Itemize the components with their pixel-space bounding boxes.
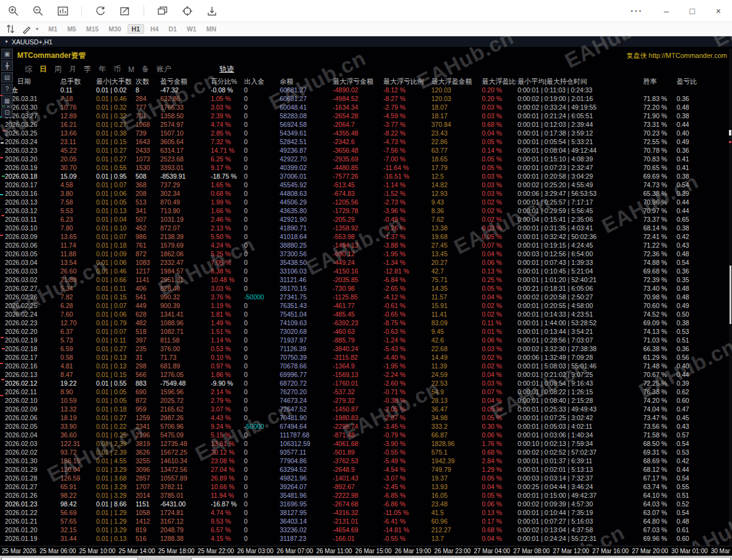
timeframe-m5[interactable]: M5: [63, 25, 80, 33]
table-row[interactable]: 2026.02.03122.310.01 | 2.39381912735.481…: [4, 439, 725, 448]
table-row[interactable]: 2026.02.0293.720.01 | 2.39362615672.2520…: [4, 448, 725, 457]
menu-item-备[interactable]: 备: [142, 64, 149, 75]
table-row[interactable]: 2026.03.163.800.01 | 0.06208302.340.68 %…: [4, 189, 725, 198]
column-header[interactable]: 盈亏金额: [159, 77, 209, 86]
table-row[interactable]: 2026.02.170.580.01 | 0.133171.730.10 %07…: [4, 353, 725, 362]
panel-toggle-button[interactable]: ▣: [1, 49, 13, 59]
timeframe-h1[interactable]: H1: [128, 24, 144, 34]
minimize-button[interactable]: –: [664, 6, 669, 16]
chart-area[interactable]: ▼ XAUUSD+,H1 ▣╋▤?▦⊡ MTCommander资管 复盘侠 ht…: [0, 36, 732, 546]
table-row[interactable]: 2026.03.0913.650.01 | 0.079862138.395.50…: [4, 232, 725, 241]
close-button[interactable]: ×: [716, 6, 721, 16]
timeframe-m1[interactable]: M1: [45, 25, 62, 33]
table-row[interactable]: 2026.02.247.600.01 | 0.066281341.411.81 …: [4, 310, 725, 319]
column-header[interactable]: 最大浮盈金额: [430, 77, 481, 86]
table-row[interactable]: 2026.02.256.280.01 | 0.07449900.391.19 %…: [4, 301, 725, 310]
draw-tool-button[interactable]: [20, 23, 33, 35]
table-row[interactable]: 2026.03.2020.050.01 | 0.2710732523.686.2…: [4, 155, 725, 163]
new-order-button[interactable]: [116, 3, 134, 19]
table-row[interactable]: 2026.03.2712.890.01 | 0.327011358.502.39…: [4, 112, 725, 120]
column-header[interactable]: 百分比%: [209, 77, 243, 86]
table-row[interactable]: 2026.03.0326.600.01 | 0.4612171984.576.3…: [4, 267, 725, 275]
menu-item-年[interactable]: 年: [99, 64, 106, 75]
column-header[interactable]: 出入金: [243, 77, 279, 86]
table-row[interactable]: 2026.01.30156.150.01 | 4.55325514610.342…: [4, 457, 725, 465]
table-row[interactable]: 2026.03.1930.700.01 | 0.5515303393.019.1…: [4, 163, 725, 172]
timeframe-mn[interactable]: MN: [203, 25, 220, 33]
help-button[interactable]: ?: [1, 84, 13, 94]
menu-item-M[interactable]: M: [128, 65, 134, 74]
menu-item-综[interactable]: 综: [25, 64, 32, 75]
refresh-button[interactable]: [92, 3, 109, 19]
table-row[interactable]: 2026.03.317.180.01 | 0.46284632.861.05 %…: [4, 94, 725, 103]
chart-symbol-tab[interactable]: ▼ XAUUSD+,H1: [0, 36, 732, 47]
table-row[interactable]: 2026.03.2423.110.01 | 0.1516433605.647.3…: [4, 137, 725, 146]
menu-item-track[interactable]: 轨迹: [219, 64, 234, 75]
table-row[interactable]: 2026.01.2032.150.01 | 3.298192048.796.57…: [4, 526, 725, 534]
timeframe-m15[interactable]: M15: [83, 25, 102, 33]
table-row[interactable]: 2026.01.2398.420.01 | 8.661151-6431.00-1…: [4, 500, 725, 508]
table-row[interactable]: 2026.03.174.580.01 | 0.07368737.291.65 %…: [4, 181, 725, 189]
column-header[interactable]: 最大浮亏金额: [331, 77, 382, 86]
scrollbar-thumb[interactable]: [730, 266, 731, 324]
table-row[interactable]: 2026.03.0413.540.01 | 0.0610832332.477.0…: [4, 258, 725, 267]
table-row[interactable]: 2026.03.3010.760.01 | 0.327771765.333.03…: [4, 103, 725, 112]
table-row[interactable]: 2026.02.1010.590.01 | 0.058722025.722.79…: [4, 396, 725, 405]
table-row[interactable]: 2026.02.0533.900.01 | 0.2223415706.969.2…: [4, 422, 725, 431]
timeframe-w1[interactable]: W1: [183, 25, 200, 33]
column-header[interactable]: 最大浮亏比例: [382, 77, 430, 86]
table-row[interactable]: 2026.01.1931.440.01 | 0.135161288.384.15…: [4, 534, 725, 543]
table-row[interactable]: 2026.03.116.230.01 | 0.045071031.192.46 …: [4, 215, 725, 224]
table-row[interactable]: 2026.02.0436.600.01 | 0.2521965475.095.1…: [4, 431, 725, 439]
table-row[interactable]: 2026.02.138.470.01 | 0.155661276.051.86 …: [4, 370, 725, 379]
column-header[interactable]: 余额: [279, 77, 331, 86]
column-header[interactable]: 最小|大手数: [95, 77, 134, 86]
table-row[interactable]: 2026.01.2698.220.01 | 3.2920143785.0111.…: [4, 491, 725, 500]
scrollbar[interactable]: [729, 49, 732, 546]
zoom-in-button[interactable]: [5, 3, 22, 19]
table-row[interactable]: 2026.02.0618.190.01 | 0.2712592987.264.4…: [4, 413, 725, 422]
table-row[interactable]: 2026.02.2312.700.01 | 0.794821088.961.49…: [4, 319, 725, 327]
table-row[interactable]: 持仓0.110.01 | 0.028-47.32-0.08 %060681.27…: [4, 86, 725, 94]
menu-item-周[interactable]: 周: [54, 64, 62, 75]
table-row[interactable]: 2026.01.28126.590.01 | 3.68285710557.892…: [4, 474, 725, 482]
cascade-windows-button[interactable]: [154, 3, 171, 19]
menu-item-日[interactable]: 日: [39, 64, 47, 75]
table-row[interactable]: 2026.03.2513.660.01 | 0.387391507.102.85…: [4, 129, 725, 137]
table-row[interactable]: 2026.01.29120.040.01 | 3.29309613472.562…: [4, 465, 725, 474]
table-row[interactable]: 2026.03.0511.880.01 | 0.098721862.065.25…: [4, 250, 725, 258]
table-row[interactable]: 2026.03.1815.090.01 | 0.95508-8539.91-18…: [4, 172, 725, 181]
toolbar-overflow-button[interactable]: ···: [631, 6, 643, 16]
table-row[interactable]: 2026.03.2345.220.01 | 0.2724336314.1714.…: [4, 146, 725, 155]
cursor-mode-button[interactable]: [4, 23, 17, 35]
grid-button[interactable]: ▦: [1, 95, 13, 106]
timeframe-d1[interactable]: D1: [165, 25, 180, 33]
table-row[interactable]: 2026.01.2256.690.01 | 1.2910581724.814.7…: [4, 508, 725, 517]
table-row[interactable]: 2026.03.2616.210.01 | 0.2710682574.974.7…: [4, 120, 725, 129]
menu-item-账户[interactable]: 账户: [157, 64, 171, 75]
table-row[interactable]: 2026.02.164.810.01 | 0.13298681.890.97 %…: [4, 362, 725, 370]
timeframe-m30[interactable]: M30: [105, 25, 124, 33]
panel-link[interactable]: 复盘侠 http://MTCommander.com: [627, 51, 727, 60]
menu-item-季[interactable]: 季: [84, 64, 91, 75]
table-row[interactable]: 2026.03.0221.890.01 | 0.6611412951.3110.…: [4, 275, 725, 284]
column-header[interactable]: 次数: [134, 77, 159, 86]
save-button[interactable]: [203, 3, 221, 19]
menu-item-月[interactable]: 月: [69, 64, 76, 75]
table-row[interactable]: 2026.02.195.730.01 | 0.11397811.581.14 %…: [4, 336, 725, 344]
table-row[interactable]: 2026.02.118.900.01 | 0.056901596.962.14 …: [4, 388, 725, 396]
menu-item-币[interactable]: 币: [113, 64, 121, 75]
chevron-down-icon[interactable]: ▾: [36, 26, 39, 32]
table-row[interactable]: 2026.03.0611.740.01 | 0.187611579.694.24…: [4, 241, 725, 250]
table-row[interactable]: 2026.01.2157.650.01 | 1.2914123167.129.5…: [4, 517, 725, 526]
column-header[interactable]: 最小平均|最大持仓时间: [516, 77, 642, 86]
table-row[interactable]: 2026.02.0913.320.01 | 0.189592165.623.07…: [4, 405, 725, 413]
chart-list-button[interactable]: ▤: [1, 72, 13, 83]
table-row[interactable]: 2026.02.267.820.01 | 0.15541990.323.76 %…: [4, 293, 725, 301]
column-header[interactable]: 最大浮盈比例: [481, 77, 516, 86]
box-button[interactable]: ⊡: [1, 107, 13, 118]
maximize-button[interactable]: □: [689, 6, 694, 16]
column-header[interactable]: 总手数: [59, 77, 95, 86]
chart-window-button[interactable]: [54, 3, 71, 19]
timeframe-h4[interactable]: H4: [147, 25, 162, 33]
